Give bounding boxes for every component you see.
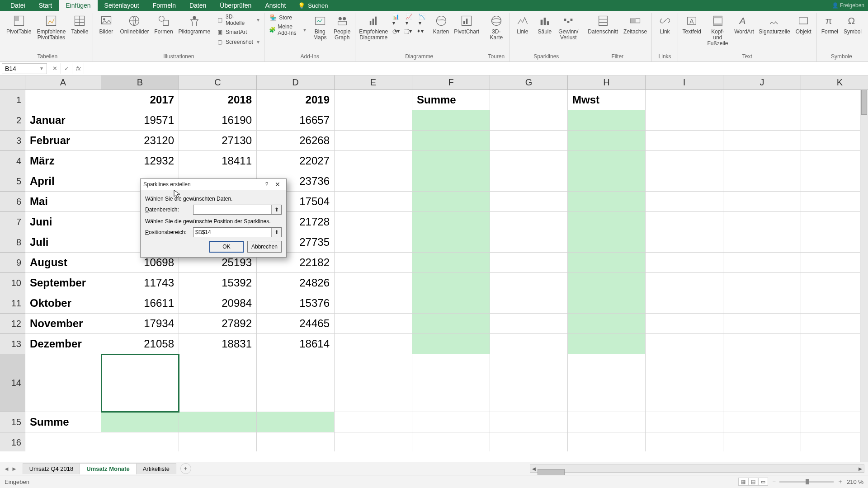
cell-E3[interactable] <box>335 131 412 151</box>
people-graph-button[interactable]: People Graph <box>332 13 352 42</box>
accept-formula-button[interactable]: ✓ <box>61 63 72 74</box>
add-sheet-button[interactable]: ＋ <box>180 463 191 474</box>
cell-E9[interactable] <box>335 253 412 273</box>
cell-A15[interactable]: Summe <box>25 412 101 432</box>
bing-maps-button[interactable]: Bing Maps <box>310 13 330 42</box>
row-header-7[interactable]: 7 <box>0 212 25 232</box>
cell-E12[interactable] <box>335 314 412 334</box>
cell-D4[interactable]: 22027 <box>257 151 335 171</box>
cell-J9[interactable] <box>723 253 801 273</box>
cell-H15[interactable] <box>568 412 646 432</box>
cell-E16[interactable] <box>335 432 412 451</box>
cell-J13[interactable] <box>723 334 801 354</box>
cell-A9[interactable]: August <box>25 253 101 273</box>
col-header-G[interactable]: G <box>490 75 568 90</box>
cell-A8[interactable]: Juli <box>25 232 101 253</box>
smartart-button[interactable]: ▣SmartArt <box>214 27 261 37</box>
cell-G1[interactable] <box>490 90 568 110</box>
cell-B2[interactable]: 19571 <box>101 110 179 131</box>
cell-G2[interactable] <box>490 110 568 131</box>
cell-A13[interactable]: Dezember <box>25 334 101 354</box>
cell-D11[interactable]: 15376 <box>257 293 335 314</box>
cell-D13[interactable]: 18614 <box>257 334 335 354</box>
cell-F9[interactable] <box>412 253 490 273</box>
cell-I14[interactable] <box>646 354 723 412</box>
screenshot-button[interactable]: ▢Screenshot▾ <box>214 37 261 47</box>
row-header-3[interactable]: 3 <box>0 131 25 151</box>
cell-G4[interactable] <box>490 151 568 171</box>
normal-view-icon[interactable]: ▦ <box>738 478 748 486</box>
row-header-14[interactable]: 14 <box>0 354 25 412</box>
col-header-A[interactable]: A <box>25 75 101 90</box>
page-break-icon[interactable]: ▭ <box>758 478 768 486</box>
cell-J10[interactable] <box>723 273 801 293</box>
sparkline-winloss-button[interactable]: Gewinn/ Verlust <box>557 13 580 42</box>
row-header-13[interactable]: 13 <box>0 334 25 354</box>
cell-J12[interactable] <box>723 314 801 334</box>
cell-G12[interactable] <box>490 314 568 334</box>
cell-H8[interactable] <box>568 232 646 253</box>
cell-H12[interactable] <box>568 314 646 334</box>
cell-E6[interactable] <box>335 192 412 212</box>
table-button[interactable]: Tabelle <box>69 13 90 36</box>
row-header-1[interactable]: 1 <box>0 90 25 110</box>
cell-J1[interactable] <box>723 90 801 110</box>
col-header-K[interactable]: K <box>801 75 868 90</box>
cell-G3[interactable] <box>490 131 568 151</box>
cell-F4[interactable] <box>412 151 490 171</box>
cell-B4[interactable]: 12932 <box>101 151 179 171</box>
sparkline-column-button[interactable]: Säule <box>534 13 555 36</box>
cell-C2[interactable]: 16190 <box>179 110 257 131</box>
cell-H11[interactable] <box>568 293 646 314</box>
cell-K10[interactable] <box>801 273 868 293</box>
cell-A10[interactable]: September <box>25 273 101 293</box>
cell-J14[interactable] <box>723 354 801 412</box>
col-header-F[interactable]: F <box>412 75 490 90</box>
object-button[interactable]: Objekt <box>793 13 814 36</box>
cell-E8[interactable] <box>335 232 412 253</box>
cell-K1[interactable] <box>801 90 868 110</box>
cell-F7[interactable] <box>412 212 490 232</box>
cell-C15[interactable] <box>179 412 257 432</box>
cell-B16[interactable] <box>101 432 179 451</box>
cell-A14[interactable] <box>25 354 101 412</box>
cell-B15[interactable] <box>101 412 179 432</box>
shapes-button[interactable]: Formen <box>152 13 175 36</box>
cell-I7[interactable] <box>646 212 723 232</box>
link-button[interactable]: Link <box>655 13 675 36</box>
cell-J6[interactable] <box>723 192 801 212</box>
view-buttons[interactable]: ▦▤▭ <box>738 478 768 486</box>
cell-I2[interactable] <box>646 110 723 131</box>
recommended-charts-button[interactable]: Empfohlene Diagramme <box>358 13 389 42</box>
cell-A5[interactable]: April <box>25 171 101 192</box>
position-range-input[interactable] <box>193 228 271 237</box>
cell-H9[interactable] <box>568 253 646 273</box>
cell-K14[interactable] <box>801 354 868 412</box>
cell-K5[interactable] <box>801 171 868 192</box>
chart-type-3[interactable]: 📉▾ <box>417 13 429 27</box>
cell-E13[interactable] <box>335 334 412 354</box>
header-footer-button[interactable]: Kopf- und Fußzeile <box>704 13 731 48</box>
tab-datei[interactable]: Datei <box>4 0 32 11</box>
timeline-button[interactable]: Zeitachse <box>622 13 649 36</box>
zoom-control[interactable]: −＋210 % <box>773 478 863 486</box>
cell-I5[interactable] <box>646 171 723 192</box>
cell-E5[interactable] <box>335 171 412 192</box>
cell-F1[interactable]: Summe <box>412 90 490 110</box>
cell-D3[interactable]: 26268 <box>257 131 335 151</box>
dialog-close-button[interactable]: ✕ <box>272 181 283 188</box>
cell-G14[interactable] <box>490 354 568 412</box>
cell-E7[interactable] <box>335 212 412 232</box>
row-header-5[interactable]: 5 <box>0 171 25 192</box>
cell-A3[interactable]: Februar <box>25 131 101 151</box>
formula-input[interactable] <box>85 63 868 74</box>
row-header-12[interactable]: 12 <box>0 314 25 334</box>
3d-map-button[interactable]: 3D- Karte <box>486 13 506 42</box>
chart-type-1[interactable]: 📊▾ <box>391 13 403 27</box>
cell-H2[interactable] <box>568 110 646 131</box>
cell-H7[interactable] <box>568 212 646 232</box>
cell-A1[interactable] <box>25 90 101 110</box>
row-header-11[interactable]: 11 <box>0 293 25 314</box>
cell-E15[interactable] <box>335 412 412 432</box>
cell-H10[interactable] <box>568 273 646 293</box>
